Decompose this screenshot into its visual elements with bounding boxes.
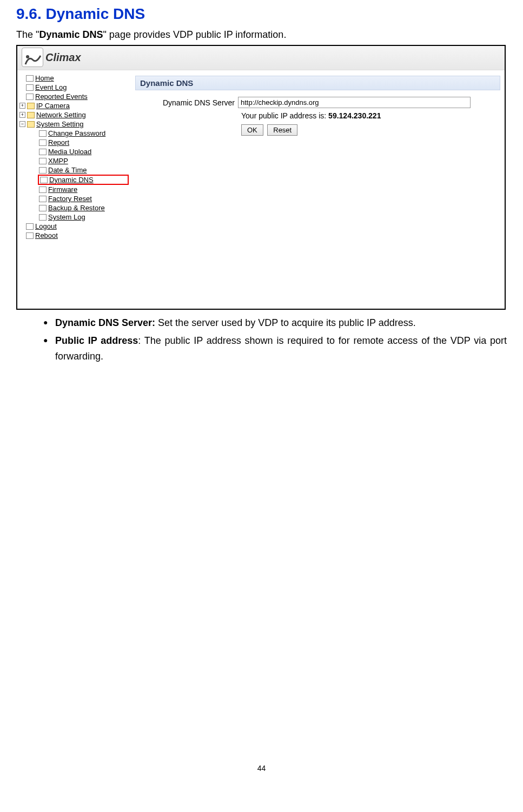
page-icon <box>26 232 34 239</box>
page-icon <box>26 223 34 230</box>
nav-label: System Log <box>48 213 85 221</box>
ok-button[interactable]: OK <box>241 124 263 136</box>
nav-label: System Setting <box>36 120 83 128</box>
nav-event-log[interactable]: Event Log <box>26 83 129 92</box>
page-icon <box>39 187 47 193</box>
page-icon <box>39 196 47 202</box>
nav-change-password[interactable]: Change Password <box>39 129 129 138</box>
bullet-text: Set the server used by VDP to acquire it… <box>155 317 416 328</box>
nav-backup-restore[interactable]: Backup & Restore <box>39 203 129 212</box>
nav-dynamic-dns[interactable]: Dynamic DNS <box>38 175 129 185</box>
bullet-bold: Dynamic DNS Server: <box>55 317 155 328</box>
nav-logout[interactable]: Logout <box>26 222 129 231</box>
nav-label: Date & Time <box>48 166 87 174</box>
page-icon <box>26 75 34 82</box>
page-icon <box>39 158 47 164</box>
server-label: Dynamic DNS Server <box>151 98 238 107</box>
nav-label: Report <box>48 138 69 147</box>
folder-icon <box>27 121 35 128</box>
nav-label: Logout <box>35 222 57 230</box>
nav-firmware[interactable]: Firmware <box>39 185 129 194</box>
page-icon <box>39 167 47 174</box>
intro-bold: Dynamic DNS <box>39 29 103 40</box>
main-area: Home Event Log Reported Events +IP Camer… <box>17 70 505 309</box>
collapse-icon[interactable]: − <box>19 121 25 127</box>
page-icon <box>26 84 34 91</box>
logo-icon <box>22 48 43 67</box>
nav-media-upload[interactable]: Media Upload <box>39 147 129 156</box>
nav-reported-events[interactable]: Reported Events <box>26 92 129 101</box>
content-pane: Dynamic DNS Dynamic DNS Server Your publ… <box>131 70 505 309</box>
bullet-list: Dynamic DNS Server: Set the server used … <box>16 315 507 364</box>
section-heading: 9.6. Dynamic DNS <box>16 5 507 23</box>
nav-system-setting[interactable]: −System Setting <box>19 119 129 129</box>
page-icon <box>39 205 47 211</box>
nav-report[interactable]: Report <box>39 138 129 147</box>
nav-label: Factory Reset <box>48 195 92 203</box>
logo: Climax <box>22 48 81 67</box>
intro-text: The "Dynamic DNS" page provides VDP publ… <box>16 29 507 41</box>
reset-button[interactable]: Reset <box>267 124 297 136</box>
page-icon <box>26 94 34 100</box>
logo-text: Climax <box>45 51 81 64</box>
nav-label: IP Camera <box>36 102 70 110</box>
folder-icon <box>27 103 35 109</box>
page-icon <box>39 139 47 146</box>
intro-post: " page provides VDP public IP informatio… <box>103 29 286 40</box>
nav-system-log[interactable]: System Log <box>39 212 129 222</box>
nav-network-setting[interactable]: +Network Setting <box>19 110 129 119</box>
page-icon <box>39 214 47 221</box>
nav-label: Network Setting <box>36 111 86 119</box>
expand-icon[interactable]: + <box>19 103 25 109</box>
bullet-bold: Public IP address <box>55 335 138 346</box>
nav-label: Change Password <box>48 129 105 137</box>
page-icon <box>39 149 47 155</box>
page-icon <box>40 177 48 183</box>
logo-bar: Climax <box>17 46 505 70</box>
nav-label: Backup & Restore <box>48 204 105 212</box>
intro-pre: The " <box>16 29 39 40</box>
server-input[interactable] <box>238 97 471 108</box>
nav-date-time[interactable]: Date & Time <box>39 165 129 175</box>
screenshot-frame: Climax Home Event Log Reported Events +I… <box>16 45 506 310</box>
expand-icon[interactable]: + <box>19 112 25 118</box>
nav-factory-reset[interactable]: Factory Reset <box>39 194 129 203</box>
server-row: Dynamic DNS Server <box>135 97 500 108</box>
tree-nav: Home Event Log Reported Events +IP Camer… <box>17 70 131 309</box>
nav-reboot[interactable]: Reboot <box>26 231 129 240</box>
nav-label: XMPP <box>48 157 68 165</box>
ip-label: Your public IP address is: <box>241 111 328 120</box>
nav-label: Event Log <box>35 83 67 91</box>
nav-home[interactable]: Home <box>26 74 129 83</box>
nav-label: Home <box>35 74 54 82</box>
bullet-item: Public IP address: The public IP address… <box>43 333 507 364</box>
svg-point-0 <box>26 55 29 58</box>
nav-label: Dynamic DNS <box>49 176 94 184</box>
nav-label: Media Upload <box>48 148 91 156</box>
folder-icon <box>27 112 35 118</box>
page-icon <box>39 130 47 137</box>
nav-xmpp[interactable]: XMPP <box>39 156 129 165</box>
panel-title: Dynamic DNS <box>135 76 500 90</box>
nav-label: Reported Events <box>35 92 88 101</box>
button-row: OK Reset <box>135 124 500 136</box>
bullet-item: Dynamic DNS Server: Set the server used … <box>43 315 507 331</box>
nav-ip-camera[interactable]: +IP Camera <box>19 101 129 110</box>
ip-row: Your public IP address is: 59.124.230.22… <box>135 111 500 120</box>
nav-label: Reboot <box>35 231 58 239</box>
page-number: 44 <box>16 764 507 773</box>
nav-label: Firmware <box>48 185 77 194</box>
ip-value: 59.124.230.221 <box>328 111 381 120</box>
